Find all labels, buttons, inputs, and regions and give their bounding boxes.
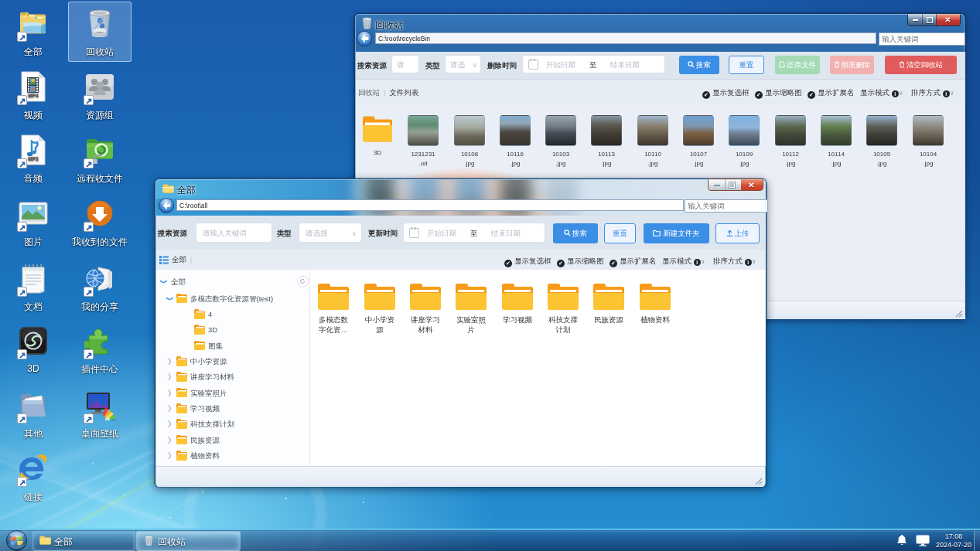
svg-text:MP4: MP4 <box>28 93 39 98</box>
svg-text:MP3: MP3 <box>28 156 39 162</box>
